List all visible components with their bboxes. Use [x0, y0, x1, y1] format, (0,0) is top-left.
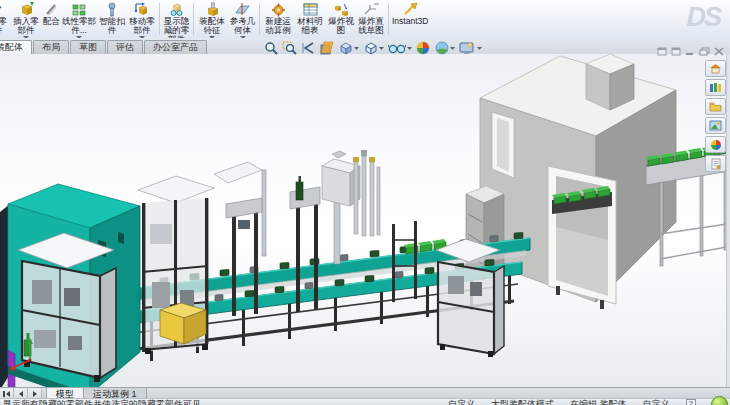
- reference-geometry-icon: [234, 2, 251, 17]
- status-large-assembly-mode: 大型装配体模式: [491, 399, 554, 405]
- status-defined-state: 自定义: [448, 399, 475, 405]
- status-customize[interactable]: 自定义: [643, 399, 670, 405]
- tab-layout[interactable]: 布局: [33, 40, 69, 54]
- status-hint-text: 显示所有隐藏的零部件并使选定的隐藏零部件可见: [3, 399, 201, 405]
- move-component-label: 移动零部件: [128, 17, 156, 35]
- mate-button[interactable]: 配合: [43, 1, 60, 26]
- new-motion-study-label: 新建运动算例: [263, 17, 293, 35]
- close-icon[interactable]: [714, 42, 724, 60]
- taskpane-edge-strip: [726, 54, 730, 388]
- zoom-to-area-icon[interactable]: [281, 40, 298, 56]
- scroll-start-icon: [6, 391, 10, 397]
- view-orientation-icon[interactable]: [337, 40, 361, 56]
- tab-evaluate[interactable]: 评估: [107, 40, 143, 54]
- instant3d-icon: [402, 2, 419, 17]
- window-controls: [657, 42, 724, 60]
- tab-sketch[interactable]: 草图: [70, 40, 106, 54]
- status-bar: 显示所有隐藏的零部件并使选定的隐藏零部件可见 自定义 大型装配体模式 在编辑 装…: [0, 398, 730, 405]
- ribbon-separator: [193, 3, 194, 35]
- tab-office-products[interactable]: 办公室产品: [144, 40, 207, 54]
- mate-icon: [43, 2, 60, 17]
- smart-fasteners-icon: [104, 2, 121, 17]
- insert-components-icon: [18, 2, 35, 17]
- task-pane-toolbar: [705, 60, 726, 172]
- edit-component-icon: [0, 2, 3, 17]
- show-hidden-icon: [168, 2, 185, 17]
- bill-of-materials-label: 材料明细表: [295, 17, 325, 35]
- linear-pattern-icon: [71, 2, 88, 17]
- instant3d-label: Instant3D: [392, 17, 428, 26]
- edit-component-label: 编辑零部件: [0, 17, 9, 35]
- restore-icon[interactable]: [699, 42, 710, 60]
- move-component-icon: [134, 2, 151, 17]
- custom-properties-icon[interactable]: [705, 155, 726, 172]
- view-settings-icon[interactable]: [458, 40, 484, 56]
- ribbon-separator: [259, 3, 260, 35]
- explode-line-sketch-label: 爆炸直线草图: [357, 17, 385, 35]
- edit-appearance-icon[interactable]: [414, 40, 432, 56]
- apply-scene-icon[interactable]: [433, 40, 457, 56]
- tab-assembly[interactable]: 装配体: [0, 40, 32, 54]
- 3d-viewport[interactable]: [0, 54, 730, 388]
- assembly-features-label: 装配体特征: [197, 17, 227, 35]
- reference-geometry-button[interactable]: 参考几何体: [229, 1, 256, 39]
- ribbon-separator: [159, 3, 160, 35]
- appearances-icon[interactable]: [705, 136, 726, 153]
- ribbon-separator: [388, 3, 389, 35]
- instant3d-button[interactable]: Instant3D: [392, 1, 428, 26]
- window-icon[interactable]: [657, 42, 667, 60]
- scroll-left-icon: [19, 391, 23, 397]
- show-hidden-label: 显示隐藏的零部件: [163, 17, 190, 39]
- show-hidden-components-button[interactable]: 显示隐藏的零部件: [163, 1, 190, 39]
- new-motion-study-icon: [270, 2, 287, 17]
- edit-component-button[interactable]: 编辑零部件: [0, 1, 9, 35]
- file-explorer-icon[interactable]: [705, 98, 726, 115]
- exploded-view-icon: [333, 2, 350, 17]
- explode-line-sketch-icon: [363, 2, 380, 17]
- dassault-logo-watermark: DS: [686, 2, 720, 33]
- smart-fasteners-button[interactable]: 智能扣件: [98, 1, 126, 35]
- linear-component-pattern-button[interactable]: 线性零部件...: [62, 1, 96, 39]
- status-help-button[interactable]: ?: [686, 399, 696, 405]
- design-library-icon[interactable]: [705, 79, 726, 96]
- hide-show-items-icon[interactable]: [387, 40, 413, 56]
- bill-of-materials-icon: [302, 2, 319, 17]
- solidworks-window: 编辑零部件 插入零部件 配合 线性零部件... 智能扣件: [0, 0, 730, 405]
- explode-line-sketch-button[interactable]: 爆炸直线草图: [357, 1, 385, 35]
- linear-pattern-label: 线性零部件...: [62, 17, 96, 35]
- window-icon[interactable]: [671, 42, 681, 60]
- display-style-icon[interactable]: [362, 40, 386, 56]
- bill-of-materials-button[interactable]: 材料明细表: [295, 1, 325, 35]
- previous-view-icon[interactable]: [299, 40, 317, 56]
- zoom-to-fit-icon[interactable]: [263, 40, 280, 56]
- insert-components-label: 插入零部件: [11, 17, 41, 35]
- exploded-view-label: 爆炸视图: [327, 17, 355, 35]
- minimize-icon[interactable]: [685, 42, 695, 60]
- status-editing-assembly: 在编辑 装配体: [570, 399, 627, 405]
- insert-components-button[interactable]: 插入零部件: [11, 1, 41, 39]
- exploded-view-button[interactable]: 爆炸视图: [327, 1, 355, 35]
- command-manager-ribbon: 编辑零部件 插入零部件 配合 线性零部件... 智能扣件: [0, 0, 730, 39]
- resources-icon[interactable]: [705, 60, 726, 77]
- reference-geometry-label: 参考几何体: [229, 17, 256, 35]
- assembly-features-button[interactable]: 装配体特征: [197, 1, 227, 39]
- mate-label: 配合: [43, 17, 60, 26]
- assembly-model: [0, 54, 730, 388]
- view-palette-icon[interactable]: [705, 117, 726, 134]
- smart-fasteners-label: 智能扣件: [98, 17, 126, 35]
- scroll-right-icon: [33, 391, 37, 397]
- heads-up-view-toolbar: [263, 40, 485, 56]
- assembly-features-icon: [204, 2, 221, 17]
- new-motion-study-button[interactable]: 新建运动算例: [263, 1, 293, 35]
- move-component-button[interactable]: 移动零部件: [128, 1, 156, 39]
- section-view-icon[interactable]: [318, 40, 336, 56]
